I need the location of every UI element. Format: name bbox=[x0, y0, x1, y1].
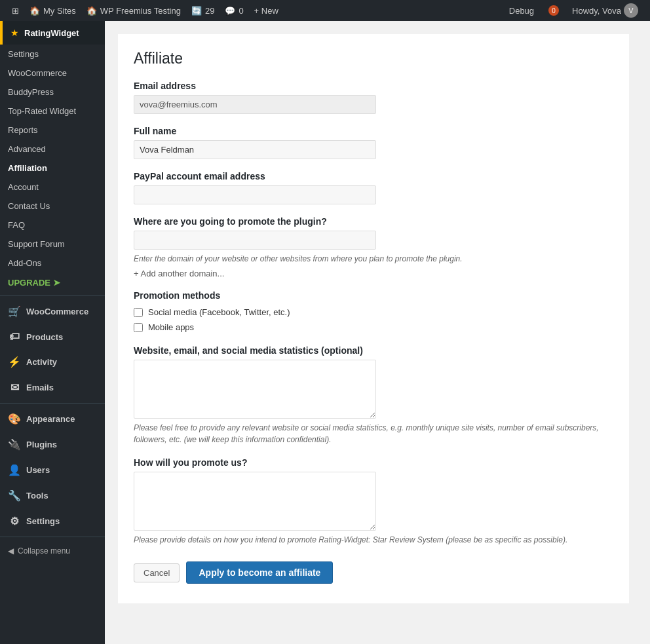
sidebar-item-appearance[interactable]: 🎨 Appearance bbox=[0, 406, 105, 432]
affiliation-label: Affiliation bbox=[8, 163, 47, 173]
page-title: Affiliate bbox=[134, 50, 613, 67]
site-name-label: WP Freemius Testing bbox=[100, 6, 181, 16]
settings-main-label: Settings bbox=[26, 516, 60, 526]
sidebar-divider-2 bbox=[0, 403, 105, 404]
mobile-apps-label[interactable]: Mobile apps bbox=[148, 322, 194, 332]
upgrade-label: UPGRADE ➤ bbox=[8, 278, 60, 288]
sidebar-collapse-button[interactable]: ◀ Collapse menu bbox=[0, 540, 105, 562]
fullname-input[interactable] bbox=[134, 140, 376, 159]
sidebar-item-addons[interactable]: Add-Ons bbox=[0, 254, 105, 273]
settings-main-icon: ⚙ bbox=[8, 515, 21, 527]
sidebar-item-emails[interactable]: ✉ Emails bbox=[0, 375, 105, 400]
sidebar-item-buddypress[interactable]: BuddyPress bbox=[0, 83, 105, 102]
email-label: Email address bbox=[134, 81, 613, 91]
sidebar-item-support[interactable]: Support Forum bbox=[0, 235, 105, 254]
emails-label: Emails bbox=[26, 383, 54, 392]
sidebar-divider-1 bbox=[0, 295, 105, 296]
products-label: Products bbox=[26, 332, 63, 342]
sidebar-item-users[interactable]: 👤 Users bbox=[0, 457, 105, 483]
new-label: + New bbox=[254, 6, 278, 16]
paypal-field-group: PayPal account email address bbox=[134, 171, 613, 204]
updates-menu[interactable]: 🔄 29 bbox=[186, 0, 220, 21]
sidebar-item-top-rated[interactable]: Top-Rated Widget bbox=[0, 102, 105, 121]
how-label: How will you promote us? bbox=[134, 457, 613, 468]
main-layout: ★ RatingWidget Settings WooCommerce Budd… bbox=[0, 21, 650, 644]
plugins-label: Plugins bbox=[26, 440, 57, 449]
users-icon: 👤 bbox=[8, 464, 21, 476]
comments-menu[interactable]: 💬 0 bbox=[220, 0, 248, 21]
sidebar-item-products[interactable]: 🏷 Products bbox=[0, 324, 105, 349]
my-sites-menu[interactable]: 🏠 My Sites bbox=[24, 0, 81, 21]
comments-icon: 💬 bbox=[225, 6, 235, 16]
promotion-methods-title: Promotion methods bbox=[134, 290, 613, 301]
add-domain-link[interactable]: + Add another domain... bbox=[134, 269, 224, 278]
updates-count: 29 bbox=[205, 6, 214, 16]
how-hint: Please provide details on how you intend… bbox=[134, 534, 613, 546]
sidebar-upgrade-button[interactable]: UPGRADE ➤ bbox=[0, 273, 105, 293]
promote-input[interactable] bbox=[134, 231, 376, 250]
top-rated-label: Top-Rated Widget bbox=[8, 106, 76, 116]
how-textarea[interactable] bbox=[134, 472, 376, 531]
sidebar-item-faq[interactable]: FAQ bbox=[0, 216, 105, 235]
fullname-label: Full name bbox=[134, 126, 613, 136]
sites-icon: 🏠 bbox=[29, 6, 40, 16]
notifications[interactable]: 0 bbox=[542, 0, 564, 21]
promotion-methods-section: Promotion methods Social media (Facebook… bbox=[134, 290, 613, 332]
sidebar-item-woocommerce-main[interactable]: 🛒 WooCommerce bbox=[0, 299, 105, 324]
paypal-input[interactable] bbox=[134, 185, 376, 204]
mobile-apps-checkbox[interactable] bbox=[134, 323, 143, 332]
promote-field-group: Where are you going to promote the plugi… bbox=[134, 216, 613, 278]
howdy-menu[interactable]: Howdy, Vova V bbox=[567, 0, 643, 21]
apply-button[interactable]: Apply to become an affiliate bbox=[186, 561, 333, 584]
woocommerce-icon: 🛒 bbox=[8, 305, 21, 318]
sidebar-item-plugins[interactable]: 🔌 Plugins bbox=[0, 432, 105, 457]
cancel-button[interactable]: Cancel bbox=[134, 563, 180, 582]
email-input[interactable] bbox=[134, 95, 376, 114]
social-media-label[interactable]: Social media (Facebook, Twitter, etc.) bbox=[148, 307, 290, 317]
collapse-icon: ◀ bbox=[8, 546, 14, 556]
email-field-group: Email address bbox=[134, 81, 613, 114]
sidebar-item-affiliation[interactable]: Affiliation bbox=[0, 159, 105, 178]
activity-label: Activity bbox=[26, 357, 57, 367]
emails-icon: ✉ bbox=[8, 381, 21, 394]
sidebar-item-tools[interactable]: 🔧 Tools bbox=[0, 483, 105, 508]
sidebar-item-settings[interactable]: Settings bbox=[0, 45, 105, 64]
buddypress-label: BuddyPress bbox=[8, 87, 54, 97]
plugin-name: RatingWidget bbox=[24, 28, 79, 38]
social-media-checkbox[interactable] bbox=[134, 308, 143, 317]
contact-label: Contact Us bbox=[8, 201, 50, 211]
sidebar-item-settings-main[interactable]: ⚙ Settings bbox=[0, 508, 105, 534]
sidebar-item-contact[interactable]: Contact Us bbox=[0, 197, 105, 216]
user-avatar: V bbox=[624, 3, 638, 18]
promote-label: Where are you going to promote the plugi… bbox=[134, 216, 613, 227]
users-label: Users bbox=[26, 465, 50, 475]
faq-label: FAQ bbox=[8, 220, 25, 230]
howdy-label: Howdy, Vova bbox=[572, 6, 621, 16]
collapse-label: Collapse menu bbox=[18, 546, 70, 556]
new-menu[interactable]: + New bbox=[249, 0, 284, 21]
updates-icon: 🔄 bbox=[191, 6, 202, 16]
promote-hint: Enter the domain of your website or othe… bbox=[134, 253, 613, 265]
sidebar-item-account[interactable]: Account bbox=[0, 178, 105, 197]
woocommerce-label: WooCommerce bbox=[8, 68, 67, 78]
sidebar-item-advanced[interactable]: Advanced bbox=[0, 140, 105, 159]
stats-textarea[interactable] bbox=[134, 360, 376, 419]
paypal-label: PayPal account email address bbox=[134, 171, 613, 181]
support-label: Support Forum bbox=[8, 239, 65, 249]
appearance-label: Appearance bbox=[26, 414, 75, 424]
sidebar-item-activity[interactable]: ⚡ Activity bbox=[0, 349, 105, 375]
sidebar-item-woocommerce[interactable]: WooCommerce bbox=[0, 64, 105, 83]
reports-label: Reports bbox=[8, 125, 38, 135]
sidebar-item-reports[interactable]: Reports bbox=[0, 121, 105, 140]
wp-logo[interactable]: ⊞ bbox=[7, 0, 24, 21]
site-name[interactable]: 🏠 WP Freemius Testing bbox=[81, 0, 186, 21]
admin-bar: ⊞ 🏠 My Sites 🏠 WP Freemius Testing 🔄 29 … bbox=[0, 0, 650, 21]
social-media-row: Social media (Facebook, Twitter, etc.) bbox=[134, 307, 613, 317]
plugin-header[interactable]: ★ RatingWidget bbox=[0, 21, 105, 45]
notif-badge: 0 bbox=[548, 5, 559, 16]
debug-label: Debug bbox=[509, 6, 534, 16]
mobile-apps-row: Mobile apps bbox=[134, 322, 613, 332]
products-icon: 🏷 bbox=[8, 331, 21, 343]
stats-hint: Please feel free to provide any relevant… bbox=[134, 422, 613, 445]
debug-menu[interactable]: Debug bbox=[504, 0, 539, 21]
